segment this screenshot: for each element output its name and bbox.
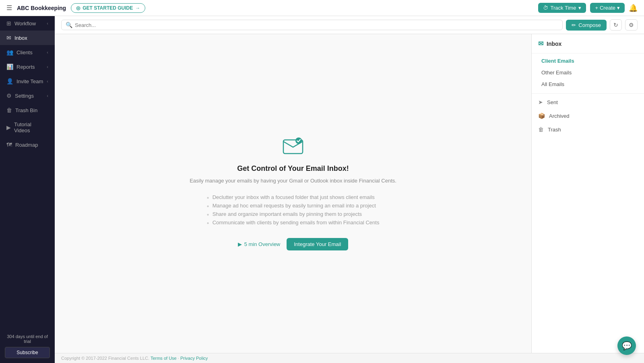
play-icon: ▶ (238, 241, 242, 247)
sidebar-item-roadmap[interactable]: 🗺 Roadmap (0, 137, 55, 152)
sidebar-item-label: Reports (17, 64, 35, 70)
video-icon: ▶ (6, 124, 11, 131)
sidebar-item-reports[interactable]: 📊 Reports ‹ (0, 59, 55, 74)
track-time-label: Track Time (551, 5, 576, 11)
chevron-icon: ‹ (47, 21, 48, 26)
get-started-button[interactable]: ◎ GET STARTED GUIDE → (71, 3, 145, 13)
overview-link[interactable]: ▶ 5 min Overview (238, 241, 281, 247)
svg-point-1 (295, 137, 302, 144)
header-right: ⏱ Track Time ▾ + Create ▾ 🔔 (538, 3, 638, 13)
sidebar-item-invite-team[interactable]: 👤 Invite Team ‹ (0, 74, 55, 88)
track-time-chevron: ▾ (578, 5, 581, 11)
overview-label: 5 min Overview (244, 241, 281, 247)
get-started-label: GET STARTED GUIDE (83, 5, 133, 11)
search-input[interactable] (75, 22, 558, 28)
sent-label: Sent (547, 99, 558, 105)
header: ☰ ABC Bookkeeping ◎ GET STARTED GUIDE → … (0, 0, 644, 16)
create-chevron: ▾ (617, 5, 620, 11)
inbox-label: Inbox (547, 41, 561, 47)
get-started-arrow: → (135, 5, 140, 11)
plus-icon: + (595, 5, 598, 11)
empty-state-icon (190, 137, 396, 158)
copyright-text: Copyright © 2017-2022 Financial Cents LL… (61, 356, 149, 361)
sidebar-item-settings[interactable]: ⚙ Settings ‹ (0, 88, 55, 103)
bullet-list: ●Declutter your inbox with a focused fol… (207, 193, 380, 227)
track-time-button[interactable]: ⏱ Track Time ▾ (538, 3, 586, 13)
submenu: Client Emails Other Emails All Emails (532, 53, 644, 92)
submenu-item-all-emails[interactable]: All Emails (532, 78, 644, 90)
inbox-icon: ✉ (6, 35, 11, 41)
bullet-dot: ● (207, 204, 209, 208)
submenu-item-other-emails[interactable]: Other Emails (532, 67, 644, 78)
panel-nav-archived[interactable]: 📦 Archived (532, 109, 644, 123)
get-started-icon: ◎ (76, 5, 80, 11)
terms-link[interactable]: Terms of Use (151, 356, 177, 361)
sidebar-item-tutorial-videos[interactable]: ▶ Tutorial Videos (0, 117, 55, 137)
integrate-button[interactable]: Integrate Your Email (287, 238, 348, 250)
sidebar-item-label: Inbox (14, 35, 27, 41)
sidebar-item-clients[interactable]: 👥 Clients ‹ (0, 45, 55, 59)
sidebar-item-label: Roadmap (15, 142, 38, 148)
sent-icon: ➤ (538, 99, 543, 105)
empty-state-title: Get Control of Your Email Inbox! (190, 164, 396, 173)
archive-icon: 📦 (538, 113, 545, 119)
sidebar-item-inbox[interactable]: ✉ Inbox (0, 31, 55, 45)
hamburger-icon[interactable]: ☰ (6, 4, 12, 12)
email-panel: Get Control of Your Email Inbox! Easily … (55, 34, 531, 353)
content-area: 🔍 ✏ Compose ↻ ⚙ (55, 16, 644, 363)
settings-button[interactable]: ⚙ (625, 19, 638, 31)
compose-label: Compose (578, 22, 601, 28)
chevron-icon: ‹ (47, 93, 48, 98)
inbox-header: ✉ Inbox (532, 34, 644, 53)
gear-icon: ⚙ (629, 22, 634, 28)
empty-state-subtitle: Easily manage your emails by having your… (190, 177, 396, 185)
panel-nav-trash[interactable]: 🗑 Trash (532, 123, 644, 136)
workflow-icon: ⊞ (6, 20, 11, 27)
create-button[interactable]: + Create ▾ (590, 3, 625, 13)
clients-icon: 👥 (6, 49, 13, 55)
trash-label: Trash (548, 127, 561, 133)
subscribe-button[interactable]: Subscribe (5, 347, 50, 358)
create-label: Create (600, 5, 615, 11)
panel-divider (532, 93, 644, 94)
main-layout: ⊞ Workflow ‹ ✉ Inbox 👥 Clients ‹ 📊 Repor… (0, 16, 644, 363)
empty-state: Get Control of Your Email Inbox! Easily … (182, 121, 405, 267)
search-box: 🔍 (61, 20, 563, 30)
sidebar-item-label: Workflow (14, 21, 36, 27)
trash-icon: 🗑 (6, 107, 12, 113)
roadmap-icon: 🗺 (6, 142, 12, 148)
privacy-link[interactable]: Privacy Policy (180, 356, 208, 361)
chat-button[interactable]: 💬 (617, 336, 636, 355)
sidebar: ⊞ Workflow ‹ ✉ Inbox 👥 Clients ‹ 📊 Repor… (0, 16, 55, 363)
sidebar-item-workflow[interactable]: ⊞ Workflow ‹ (0, 16, 55, 31)
bullet-dot: ● (207, 221, 209, 225)
inbox-header-icon: ✉ (538, 40, 543, 47)
compose-button[interactable]: ✏ Compose (566, 20, 607, 31)
sidebar-item-trash-bin[interactable]: 🗑 Trash Bin (0, 103, 55, 117)
chevron-icon: ‹ (47, 64, 48, 69)
sidebar-item-label: Trash Bin (15, 107, 37, 113)
chat-icon: 💬 (622, 341, 632, 351)
panel-nav-sent[interactable]: ➤ Sent (532, 95, 644, 109)
bell-icon[interactable]: 🔔 (629, 4, 638, 12)
refresh-button[interactable]: ↻ (610, 19, 622, 31)
clock-icon: ⏱ (543, 5, 548, 11)
footer: Copyright © 2017-2022 Financial Cents LL… (55, 353, 644, 363)
bullet-dot: ● (207, 195, 209, 200)
refresh-icon: ↻ (613, 22, 618, 28)
sidebar-item-label: Settings (15, 93, 34, 99)
compose-icon: ✏ (572, 22, 576, 28)
list-item: ●Declutter your inbox with a focused fol… (207, 193, 380, 201)
main-content: Get Control of Your Email Inbox! Easily … (55, 34, 644, 353)
archived-label: Archived (549, 113, 570, 119)
trial-text: 304 days until end of trial (5, 334, 50, 344)
list-item: ●Communicate with clients by sending ema… (207, 218, 380, 227)
submenu-item-client-emails[interactable]: Client Emails (532, 55, 644, 67)
sidebar-bottom: 304 days until end of trial Subscribe (0, 329, 55, 363)
search-icon: 🔍 (66, 22, 72, 28)
separator: · (178, 356, 179, 361)
invite-icon: 👤 (6, 78, 13, 84)
bullet-dot: ● (207, 212, 209, 217)
toolbar: 🔍 ✏ Compose ↻ ⚙ (55, 16, 644, 34)
reports-icon: 📊 (6, 64, 13, 70)
